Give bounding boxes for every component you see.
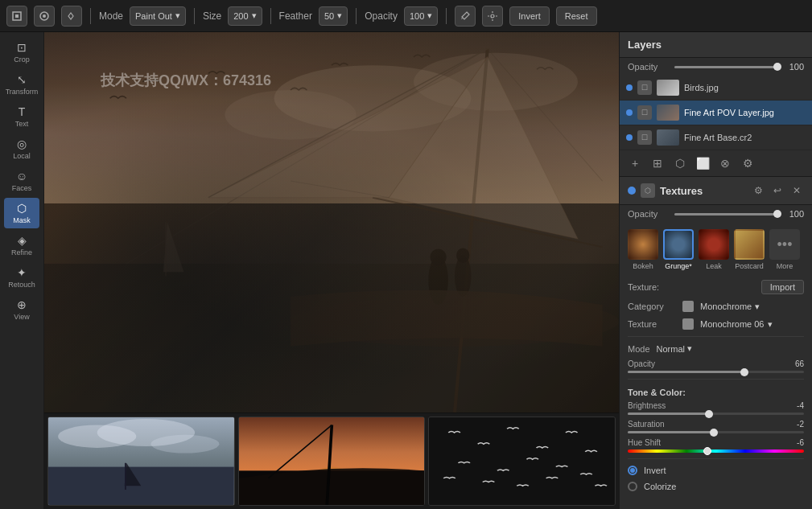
tool-mask[interactable]: ⬡ Mask — [4, 198, 39, 228]
tool-refine[interactable]: ◈ Refine — [4, 230, 39, 261]
feather-chevron: ▾ — [337, 10, 342, 21]
textures-settings-icon[interactable]: ⚙ — [751, 183, 765, 198]
crop-label: Crop — [14, 55, 30, 64]
size-select[interactable]: 200 ▾ — [228, 6, 262, 26]
canvas-main[interactable]: 技术支持QQ/WX：674316 — [44, 32, 619, 413]
import-button[interactable]: Import — [761, 280, 804, 294]
swatch-more-thumb: ••• — [769, 229, 800, 260]
texture-opacity-track[interactable] — [628, 371, 804, 373]
size-label: Size — [203, 10, 221, 22]
feather-select[interactable]: 50 ▾ — [319, 6, 348, 26]
swatch-bokeh[interactable]: Bokeh — [628, 229, 658, 270]
layer-item-base[interactable]: ☐ Fine Art Base.cr2 — [620, 125, 812, 150]
right-panel: Layers Opacity 100 ☐ Birds.jpg ☐ — [619, 32, 812, 509]
brightness-label: Brightness — [628, 401, 666, 410]
texture-sub-dropdown[interactable]: Monochrome 06 ▾ — [700, 319, 773, 330]
textures-vis-dot[interactable] — [628, 187, 636, 195]
svg-point-2 — [491, 14, 494, 18]
invert-button[interactable]: Invert — [509, 6, 550, 26]
texture-label: Texture: — [628, 282, 676, 292]
textures-title: Textures — [660, 185, 746, 197]
brightness-track[interactable] — [628, 413, 804, 415]
layer-item-fineart[interactable]: ☐ Fine Art POV Layer.jpg — [620, 101, 812, 125]
textures-panel-header: ⬡ Textures ⚙ ↩ ✕ — [620, 177, 812, 205]
layers-add-button[interactable]: + — [626, 154, 644, 172]
brightness-label-row: Brightness -4 — [628, 401, 804, 410]
colorize-radio[interactable] — [628, 482, 637, 491]
mode-dropdown[interactable]: Normal ▾ — [657, 343, 692, 354]
scene-overlay — [44, 32, 619, 413]
brightness-value: -4 — [797, 401, 804, 410]
swatch-leak-label: Leak — [706, 262, 722, 270]
layers-settings-button[interactable]: ⚙ — [739, 154, 756, 172]
reset-button[interactable]: Reset — [556, 6, 597, 26]
swatch-leak[interactable]: Leak — [699, 229, 729, 270]
layers-duplicate-button[interactable]: ⊞ — [649, 154, 666, 172]
opacity-label: Opacity — [365, 10, 398, 22]
layer-thumb-fineart — [657, 105, 679, 121]
canvas-image: 技术支持QQ/WX：674316 — [44, 32, 619, 413]
view-label: View — [14, 313, 29, 321]
texture-sub-label: Texture — [628, 319, 676, 329]
layer-item-birds[interactable]: ☐ Birds.jpg — [620, 76, 812, 101]
mask-icon: ⬡ — [17, 202, 27, 215]
filmstrip-thumb-2[interactable] — [238, 417, 426, 506]
layer-visibility-base[interactable] — [626, 134, 633, 141]
swatch-more[interactable]: ••• More — [769, 229, 800, 270]
invert-toggle-row: Invert — [620, 462, 812, 478]
layers-delete-button[interactable]: ⊗ — [716, 154, 734, 172]
texture-sub-row: Texture Monochrome 06 ▾ — [620, 315, 812, 333]
filmstrip-thumb-3[interactable] — [428, 417, 616, 506]
layers-opacity-slider[interactable] — [674, 66, 777, 68]
svg-point-26 — [97, 419, 195, 446]
tool-icon-1[interactable] — [6, 6, 27, 27]
filmstrip-thumb-1[interactable] — [47, 417, 235, 506]
tool-local[interactable]: ◎ Local — [4, 133, 39, 164]
category-dropdown[interactable]: Monochrome ▾ — [700, 302, 760, 312]
textures-close-icon[interactable]: ✕ — [789, 183, 804, 198]
tool-view[interactable]: ⊕ View — [4, 294, 39, 325]
swatch-grunge-label: Grunge* — [665, 262, 692, 270]
hue-track[interactable] — [628, 449, 804, 453]
texture-sub-chevron: ▾ — [768, 319, 773, 330]
tool-text[interactable]: T Text — [4, 101, 39, 132]
tool-icon-2[interactable] — [34, 6, 55, 27]
layer-name-base: Fine Art Base.cr2 — [684, 133, 806, 142]
retouch-label: Retouch — [8, 281, 35, 289]
category-label: Category — [628, 302, 676, 311]
layer-mask-base: ☐ — [637, 130, 652, 145]
mode-select[interactable]: Paint Out ▾ — [130, 6, 186, 26]
swatch-postcard[interactable]: Postcard — [734, 229, 765, 270]
layer-visibility-birds[interactable] — [626, 84, 633, 91]
tool-retouch[interactable]: ✦ Retouch — [4, 262, 39, 293]
layers-group-button[interactable]: ⬜ — [694, 154, 711, 172]
transform-icon: ⤡ — [17, 73, 27, 86]
textures-opacity-slider[interactable] — [674, 213, 777, 216]
tone-header: Tone & Color: — [620, 383, 812, 399]
mask-label: Mask — [13, 216, 31, 224]
tool-faces[interactable]: ☺ Faces — [4, 166, 39, 196]
swatch-grunge[interactable]: Grunge* — [663, 229, 694, 270]
eyedropper-icon[interactable] — [455, 6, 476, 27]
tool-crop[interactable]: ⊡ Crop — [4, 37, 39, 68]
saturation-track[interactable] — [628, 431, 804, 433]
textures-undo-icon[interactable]: ↩ — [770, 183, 785, 198]
texture-opacity-slider-label: Opacity 66 — [628, 359, 804, 368]
layers-panel-header: Layers — [620, 32, 812, 58]
opacity-select[interactable]: 100 ▾ — [404, 6, 438, 26]
settings-icon[interactable] — [482, 6, 503, 27]
layers-mask-button[interactable]: ⬡ — [671, 154, 689, 172]
opacity-value: 100 — [410, 11, 424, 21]
view-icon: ⊕ — [17, 298, 27, 311]
divider-3 — [628, 458, 804, 459]
layer-visibility-fineart[interactable] — [626, 109, 633, 116]
tool-transform[interactable]: ⤡ Transform — [4, 69, 39, 100]
saturation-value: -2 — [797, 420, 804, 429]
faces-icon: ☺ — [16, 170, 27, 183]
mode-chevron: ▾ — [175, 10, 180, 21]
brightness-slider-row: Brightness -4 — [620, 399, 812, 417]
main-content: ⊡ Crop ⤡ Transform T Text ◎ Local ☺ Face… — [0, 32, 812, 509]
toolbar-separator-5 — [446, 8, 447, 24]
tool-icon-3[interactable] — [61, 6, 82, 27]
invert-radio[interactable] — [628, 466, 637, 475]
